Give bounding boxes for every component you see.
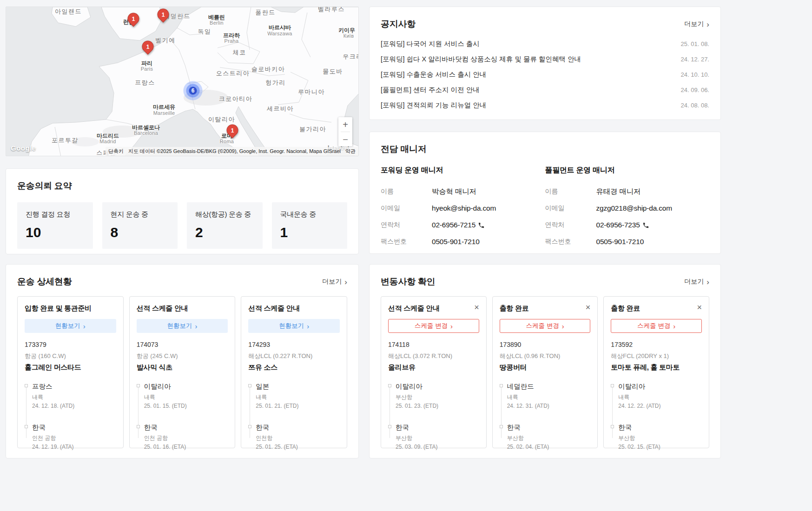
map-canvas [6,7,359,156]
notice-item[interactable]: [포워딩] 견적의뢰 기능 리뉴얼 안내 24. 08. 08. [381,98,709,113]
view-status-button[interactable]: 현황보기 › [25,319,116,333]
shipment-product: 땅콩버터 [500,363,591,372]
close-icon[interactable]: × [697,303,702,312]
phone-icon[interactable] [478,222,485,229]
shipment-timeline: 이탈리아 내륙 25. 01. 15. (ETD) 한국 인천 공항 25. 0… [137,382,228,450]
map-terms-link[interactable]: 약관 [345,148,356,155]
shipment-product: 발사믹 식초 [137,363,228,372]
shipment-timeline: 일본 내륙 25. 01. 21. (ETD) 한국 인천항 25. 01. 2… [248,382,340,450]
stat-local-transport[interactable]: 현지 운송 중 8 [102,202,178,249]
shipment-spec: 해상LCL (0.227 R.TON) [248,352,340,360]
shipment-spec: 항공 (160 C.W) [25,352,116,360]
schedule-change-button[interactable]: 스케줄 변경 › [611,319,702,333]
dashboard-page: 아일랜드런던네덜란드폴란드벨라루스베를린Berlin바르샤바Warszawa키이… [0,0,812,511]
shipment-timeline: 이탈리아 부산항 25. 01. 23. (ETD) 한국 부산항 25. 03… [388,382,479,450]
origin-marker-icon [611,384,614,387]
chevron-right-icon: › [307,323,309,330]
google-logo[interactable]: Google [11,144,36,152]
view-status-button[interactable]: 현황보기 › [137,319,228,333]
map-data-text: 지도 데이터 ©2025 GeoBasis-DE/BKG (©2009), Go… [128,148,341,155]
zoom-out-button[interactable]: − [338,132,352,146]
manager-email-row: 이메일 hyeok@ship-da.com [381,200,545,217]
shipments-more-link[interactable]: 더보기 › [322,278,347,286]
change-card: 선적 스케줄 안내 × 스케줄 변경 › 174118 해상LCL (3.072… [381,296,487,448]
map-zoom-control: + − [338,117,352,146]
change-status: 출항 완료 [500,304,529,313]
chevron-right-icon: › [673,323,675,330]
shipment-spec: 해상LCL (0.96 R.TON) [500,352,591,360]
change-card: 출항 완료 × 스케줄 변경 › 173592 해상FCL (20DRY x 1… [603,296,709,448]
origin-marker-icon [248,384,251,387]
view-status-button[interactable]: 현황보기 › [248,319,340,333]
shipment-status: 선적 스케줄 안내 [137,304,228,313]
fulfillment-manager-column: 풀필먼트 운영 매니저 이름 유태경 매니저 이메일 zgzg0218@ship… [545,166,710,250]
shipment-spec: 해상LCL (3.072 R.TON) [388,352,479,360]
marker-count: 1 [158,9,169,20]
notices-title: 공지사항 [381,18,416,30]
shipment-id: 173379 [25,341,116,348]
change-cards-row: 선적 스케줄 안내 × 스케줄 변경 › 174118 해상LCL (3.072… [381,296,709,448]
marker-count: 1 [227,125,238,136]
shipment-detail-card: 운송 상세현황 더보기 › 입항 완료 및 통관준비 현황보기 › 173379… [6,264,359,458]
changes-card: 변동사항 확인 더보기 › 선적 스케줄 안내 × 스케줄 변경 › 1 [369,264,721,458]
managers-title: 전담 매니저 [381,143,426,155]
chevron-right-icon: › [344,278,347,286]
phone-icon[interactable] [642,222,649,229]
stat-pending-decision[interactable]: 진행 결정 요청 10 [17,202,93,249]
shipments-map[interactable]: 아일랜드런던네덜란드폴란드벨라루스베를린Berlin바르샤바Warszawa키이… [6,7,359,156]
stat-sea-air-transport[interactable]: 해상(항공) 운송 중 2 [187,202,263,249]
manager-name-row: 이름 박승혁 매니저 [381,183,545,200]
chevron-right-icon: › [706,278,709,286]
shipments-title: 운송 상세현황 [17,276,72,288]
shipment-id: 173890 [500,341,591,348]
destination-marker-icon [388,425,391,428]
zoom-in-button[interactable]: + [338,117,352,132]
chevron-right-icon: › [450,323,453,330]
stat-domestic-transport[interactable]: 국내운송 중 1 [272,202,348,249]
schedule-change-button[interactable]: 스케줄 변경 › [500,319,591,333]
manager-fax-row: 팩스번호 0505-901-7210 [545,233,710,250]
shipment-timeline: 이탈리아 내륙 24. 12. 22. (ATD) 한국 부산항 25. 02.… [611,382,702,450]
chevron-right-icon: › [562,323,564,330]
destination-stop: 한국 부산항 25. 03. 09. (ETA) [388,423,479,450]
origin-stop: 이탈리아 부산항 25. 01. 23. (ETD) [388,382,479,409]
schedule-change-button[interactable]: 스케줄 변경 › [388,319,479,333]
origin-stop: 프랑스 내륙 24. 12. 18. (ATD) [25,382,116,409]
chevron-right-icon: › [83,323,86,330]
shipment-product: 올리브유 [388,363,479,372]
destination-marker-icon [500,425,503,428]
changes-more-link[interactable]: 더보기 › [684,278,709,286]
destination-stop: 한국 인천 공항 24. 12. 19. (ATA) [25,423,116,450]
notice-item[interactable]: [포워딩] 쉽다 X 알리바바닷컴 상품소싱 제휴 및 물류 할인혜택 안내 2… [381,52,709,67]
notice-item[interactable]: [포워딩] 다국어 지원 서비스 출시 25. 01. 08. [381,36,709,52]
shipment-card: 선적 스케줄 안내 현황보기 › 174073 항공 (245 C.W) 발사믹… [129,296,236,448]
shipment-timeline: 네덜란드 내륙 24. 12. 31. (ATD) 한국 부산항 25. 02.… [500,382,591,450]
shipment-id: 174073 [137,341,228,348]
destination-marker-icon [137,425,140,428]
summary-stats: 진행 결정 요청 10 현지 운송 중 8 해상(항공) 운송 중 2 국내운송… [17,202,347,249]
notice-item[interactable]: [포워딩] 수출운송 서비스 출시 안내 24. 10. 10. [381,67,709,82]
notices-more-link[interactable]: 더보기 › [684,20,709,28]
change-status: 선적 스케줄 안내 [388,304,440,313]
destination-marker-icon [248,425,251,428]
map-shortcuts-link[interactable]: 단축키 [108,148,124,155]
origin-stop: 이탈리아 내륙 24. 12. 22. (ATD) [611,382,702,409]
origin-marker-icon [137,384,140,387]
destination-marker-icon [25,425,28,428]
shipment-spec: 해상FCL (20DRY x 1) [611,352,702,360]
destination-stop: 한국 부산항 25. 02. 15. (ETA) [611,423,702,450]
origin-stop: 네덜란드 내륙 24. 12. 31. (ATD) [500,382,591,409]
notice-item[interactable]: [풀필먼트] 센터 주소지 이전 안내 24. 09. 06. [381,82,709,98]
manager-phone-row: 연락처 02-6956-7215 [381,217,545,233]
map-attribution: 단축키 지도 데이터 ©2025 GeoBasis-DE/BKG (©2009)… [106,147,358,156]
close-icon[interactable]: × [474,303,479,312]
manager-name-row: 이름 유태경 매니저 [545,183,710,200]
close-icon[interactable]: × [586,303,591,312]
map-cluster-marker[interactable]: 6 [182,80,204,101]
change-status: 출항 완료 [611,304,640,313]
manager-email-row: 이메일 zgzg0218@ship-da.com [545,200,710,217]
request-summary-card: 운송의뢰 요약 진행 결정 요청 10 현지 운송 중 8 해상(항공) 운송 … [6,168,359,254]
destination-stop: 한국 인천항 25. 01. 25. (ETA) [248,423,340,450]
shipment-id: 173592 [611,341,702,348]
shipment-status: 입항 완료 및 통관준비 [25,304,116,313]
